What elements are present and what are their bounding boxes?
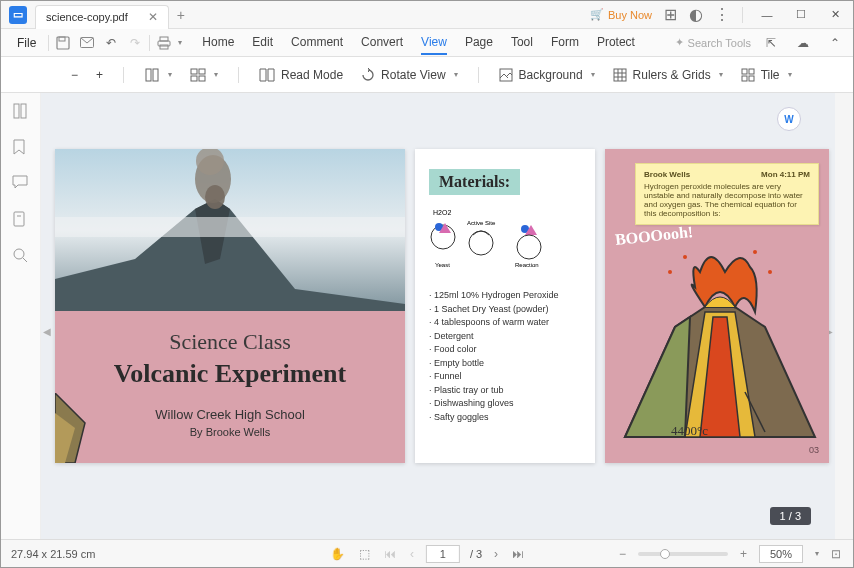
zoom-slider[interactable] — [638, 552, 728, 556]
list-item: 125ml 10% Hydrogen Peroxide — [429, 289, 581, 303]
list-item: Plastic tray or tub — [429, 384, 581, 398]
buy-now-link[interactable]: 🛒 Buy Now — [590, 8, 652, 21]
tab-tool[interactable]: Tool — [511, 31, 533, 55]
note-author: Brook Wells — [644, 170, 690, 179]
last-page-button[interactable]: ⏭ — [510, 547, 526, 561]
svg-rect-23 — [21, 104, 26, 118]
tile-dropdown[interactable]: Tile▾ — [741, 68, 792, 82]
left-sidebar — [1, 93, 41, 539]
document-tab[interactable]: science-copy.pdf ✕ — [35, 5, 169, 29]
thumbnails-icon[interactable] — [12, 103, 30, 121]
gift-icon[interactable]: ⊞ — [662, 7, 678, 23]
prev-page-handle[interactable]: ◀ — [43, 316, 51, 346]
list-item: 1 Sachet Dry Yeast (powder) — [429, 303, 581, 317]
svg-rect-7 — [153, 69, 158, 81]
tab-form[interactable]: Form — [551, 31, 579, 55]
svg-point-46 — [668, 270, 672, 274]
cover-subtitle: Science Class — [55, 329, 405, 355]
maximize-button[interactable]: ☐ — [789, 5, 813, 25]
sticky-note[interactable]: Brook Wells Mon 4:11 PM Hydrogen peroxid… — [635, 163, 819, 225]
cover-school: Willow Creek High School — [55, 407, 405, 422]
volcano-illustration — [605, 217, 829, 463]
print-icon[interactable] — [152, 31, 176, 55]
app-icon: ▭ — [9, 6, 27, 24]
svg-point-37 — [469, 231, 493, 255]
mail-icon[interactable] — [75, 31, 99, 55]
tab-protect[interactable]: Protect — [597, 31, 635, 55]
svg-text:H2O2: H2O2 — [433, 209, 451, 216]
search-tools[interactable]: ✦ Search Tools — [675, 36, 751, 49]
list-item: Funnel — [429, 370, 581, 384]
list-item: Empty bottle — [429, 357, 581, 371]
background-dropdown[interactable]: Background▾ — [499, 68, 595, 82]
minimize-button[interactable]: — — [755, 5, 779, 25]
tab-convert[interactable]: Convert — [361, 31, 403, 55]
page-dimensions: 27.94 x 21.59 cm — [11, 548, 95, 560]
current-page-input[interactable]: 1 — [426, 545, 460, 563]
page-display-dropdown[interactable]: ▾ — [190, 67, 218, 83]
cloud-icon[interactable]: ☁ — [791, 31, 815, 55]
help-icon[interactable]: ◐ — [688, 7, 704, 23]
fit-page-icon[interactable]: ⊡ — [829, 547, 843, 561]
zoom-out-status[interactable]: − — [617, 547, 628, 561]
tab-page[interactable]: Page — [465, 31, 493, 55]
bookmark-icon[interactable] — [12, 139, 30, 157]
attachment-icon[interactable] — [12, 211, 30, 229]
svg-point-26 — [14, 249, 24, 259]
zoom-level-input[interactable]: 50% — [759, 545, 803, 563]
more-menu-icon[interactable]: ⋮ — [714, 7, 730, 23]
page-layout-dropdown[interactable]: ▾ — [144, 67, 172, 83]
svg-rect-8 — [191, 69, 197, 74]
close-tab-icon[interactable]: ✕ — [148, 10, 158, 24]
view-toolbar: − + ▾ ▾ Read Mode Rotate View▾ Backgroun… — [1, 57, 853, 93]
redo-icon[interactable]: ↷ — [123, 31, 147, 55]
svg-rect-3 — [160, 37, 168, 41]
hand-tool-icon[interactable]: ✋ — [328, 547, 347, 561]
list-item: Detergent — [429, 330, 581, 344]
tab-home[interactable]: Home — [202, 31, 234, 55]
menubar: File ↶ ↷ ▾ Home Edit Comment Convert Vie… — [1, 29, 853, 57]
svg-point-43 — [683, 255, 687, 259]
rulers-grids-dropdown[interactable]: Rulers & Grids▾ — [613, 68, 723, 82]
list-item: Safty goggles — [429, 411, 581, 425]
svg-text:Yeast: Yeast — [435, 262, 450, 268]
svg-rect-20 — [742, 76, 747, 81]
zoom-in-status[interactable]: + — [738, 547, 749, 561]
page-number: 03 — [809, 445, 819, 455]
zoom-in-button[interactable]: + — [96, 68, 103, 82]
search-panel-icon[interactable] — [12, 247, 30, 265]
zoom-dropdown-icon[interactable]: ▾ — [815, 549, 819, 558]
tab-comment[interactable]: Comment — [291, 31, 343, 55]
undo-icon[interactable]: ↶ — [99, 31, 123, 55]
list-item: Dishwashing gloves — [429, 397, 581, 411]
next-page-button[interactable]: › — [492, 547, 500, 561]
materials-heading: Materials: — [429, 169, 520, 195]
svg-rect-21 — [749, 76, 754, 81]
svg-line-27 — [23, 258, 27, 262]
svg-point-31 — [205, 185, 225, 209]
svg-rect-19 — [749, 69, 754, 74]
page-indicator-overlay: 1 / 3 — [770, 507, 811, 525]
svg-rect-13 — [614, 69, 626, 81]
select-tool-icon[interactable]: ⬚ — [357, 547, 372, 561]
collapse-ribbon-icon[interactable]: ⌃ — [823, 31, 847, 55]
file-menu[interactable]: File — [7, 32, 46, 54]
share-icon[interactable]: ⇱ — [759, 31, 783, 55]
first-page-button[interactable]: ⏮ — [382, 547, 398, 561]
svg-rect-24 — [14, 212, 24, 226]
svg-rect-18 — [742, 69, 747, 74]
tab-edit[interactable]: Edit — [252, 31, 273, 55]
zoom-slider-thumb[interactable] — [660, 549, 670, 559]
prev-page-button[interactable]: ‹ — [408, 547, 416, 561]
rotate-view-dropdown[interactable]: Rotate View▾ — [361, 68, 457, 82]
zoom-out-button[interactable]: − — [71, 68, 78, 82]
new-tab-button[interactable]: + — [177, 7, 185, 23]
comment-panel-icon[interactable] — [12, 175, 30, 193]
save-icon[interactable] — [51, 31, 75, 55]
document-viewport[interactable]: W ◀ ▶ Science Class Volcanic Experimen — [41, 93, 835, 539]
tab-view[interactable]: View — [421, 31, 447, 55]
close-window-button[interactable]: ✕ — [823, 5, 847, 25]
wand-icon: ✦ — [675, 36, 684, 49]
read-mode-button[interactable]: Read Mode — [259, 68, 343, 82]
export-word-badge[interactable]: W — [777, 107, 801, 131]
